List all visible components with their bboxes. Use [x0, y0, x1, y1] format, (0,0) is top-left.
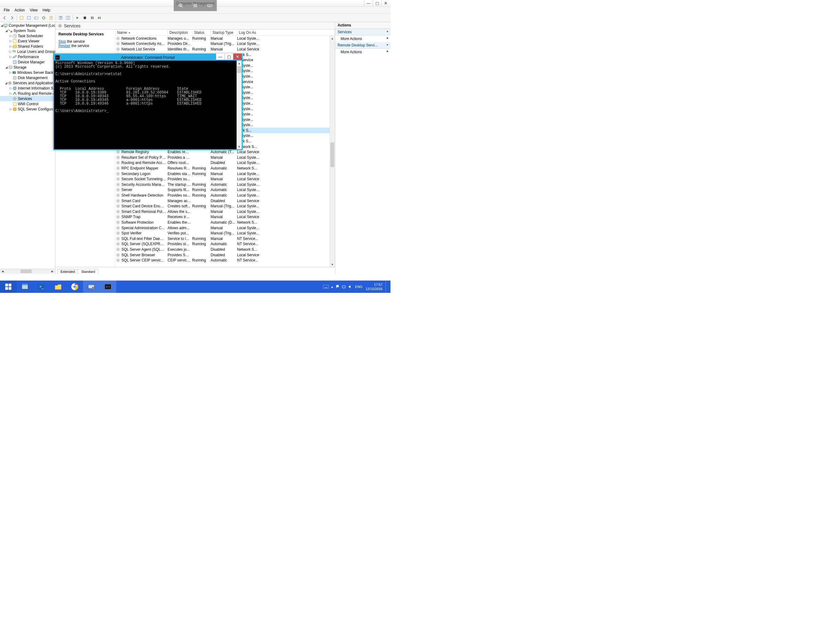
taskbar-cmd[interactable]: C:\	[99, 280, 116, 293]
tree-item[interactable]: ▷Local Users and Groups	[0, 49, 55, 54]
actions-section-rds[interactable]: Remote Desktop Servi...	[335, 42, 390, 49]
service-row[interactable]: Spot VerifierVerifies pot...Manual (Trig…	[115, 230, 335, 236]
tab-standard[interactable]: Standard	[78, 269, 98, 274]
cmd-titlebar[interactable]: C:\ Administrator: Command Prompt — ▢ ✕	[54, 54, 242, 60]
col-name[interactable]: Name▲	[115, 30, 167, 35]
restart-button[interactable]	[96, 14, 103, 21]
clock[interactable]: 17:57 12/10/2016	[366, 282, 382, 291]
tree-item[interactable]: ▷Event Viewer	[0, 38, 55, 44]
toolbar-btn[interactable]	[65, 14, 71, 21]
cmd-scrollbar[interactable]: ▲ ▼	[237, 60, 242, 149]
forward-button[interactable]	[9, 14, 15, 21]
tree-item[interactable]: ▷Performance	[0, 54, 55, 59]
service-row[interactable]: Special Administration Con...Allows adm.…	[115, 225, 335, 231]
tree-item[interactable]: ▷SQL Server Configurat	[0, 106, 55, 112]
service-row[interactable]: Smart CardManages ac...DisabledLocal Ser…	[115, 198, 335, 204]
tree-item[interactable]: Services	[0, 96, 55, 101]
tree-item[interactable]: ◢System Tools	[0, 28, 55, 33]
refresh-button[interactable]	[40, 14, 47, 21]
service-row[interactable]: Secure Socket Tunneling Pr...Provides su…	[115, 176, 335, 182]
keyboard-tray-icon[interactable]	[323, 285, 329, 288]
service-row[interactable]: Network List ServiceIdentifies th...Runn…	[115, 46, 335, 52]
stop-button[interactable]	[82, 14, 88, 21]
service-row[interactable]: ServerSupports fil...RunningAutomaticLoc…	[115, 187, 335, 193]
tree-item[interactable]: ◢Services and Applications	[0, 80, 55, 85]
tree-item[interactable]: ▷Task Scheduler	[0, 33, 55, 38]
cmd-output[interactable]: Microsoft Windows [Version 6.3.9600] (c)…	[54, 60, 237, 149]
service-row[interactable]: Smart Card Device Enumera...Creates soft…	[115, 203, 335, 209]
restart-link[interactable]: Restart	[58, 44, 70, 48]
cmd-window[interactable]: C:\ Administrator: Command Prompt — ▢ ✕ …	[53, 54, 243, 150]
service-row[interactable]: Routing and Remote AccessOffers routi...…	[115, 160, 335, 166]
cmd-minimize-button[interactable]: —	[216, 54, 224, 60]
start-button[interactable]	[0, 280, 17, 293]
toolbar-btn[interactable]	[33, 14, 39, 21]
tree-item[interactable]: ◢Computer Management (Local	[0, 23, 55, 28]
zoom-icon[interactable]	[178, 3, 183, 8]
actions-section-services[interactable]: Services	[335, 29, 390, 35]
col-startup[interactable]: Startup Type	[211, 30, 237, 35]
menu-help[interactable]: Help	[40, 7, 53, 13]
more-actions-services[interactable]: More Actions	[335, 35, 390, 42]
col-description[interactable]: Description	[167, 30, 192, 35]
tree-item[interactable]: ◢Storage	[0, 65, 55, 70]
tray-up-icon[interactable]: ▲	[330, 285, 333, 288]
service-row[interactable]: Network Connectivity Assis...Provides Di…	[115, 41, 335, 47]
service-row[interactable]: Remote RegistryEnables rem...Automatic (…	[115, 149, 335, 155]
help-button[interactable]: ?	[57, 14, 64, 21]
service-row[interactable]: SQL Server (SQLEXPRESS)Provides sto...Ru…	[115, 242, 335, 247]
minimize-button[interactable]: —	[364, 0, 373, 6]
show-desktop-button[interactable]	[385, 280, 388, 293]
service-row[interactable]: SQL Server BrowserProvides SQ...Disabled…	[115, 252, 335, 258]
service-row[interactable]: Security Accounts ManagerThe startup ...…	[115, 182, 335, 187]
taskbar-compmgmt[interactable]	[83, 280, 99, 293]
service-row[interactable]: SQL Full-text Filter Daemon ...Service t…	[115, 236, 335, 242]
toolbar-btn[interactable]	[18, 14, 25, 21]
services-scrollbar-y[interactable]: ▲ ▼	[330, 36, 335, 267]
stop-link[interactable]: Stop	[58, 40, 66, 44]
maximize-button[interactable]: ▢	[373, 0, 381, 6]
tree-item[interactable]: ▷Internet Information S	[0, 85, 55, 91]
tab-extended[interactable]: Extended	[57, 269, 78, 274]
service-row[interactable]: SNMP TrapReceives tra...ManualLocal Serv…	[115, 214, 335, 220]
service-row[interactable]: SQL Server Agent (SQLEXPR...Executes jo.…	[115, 247, 335, 252]
flag-tray-icon[interactable]	[335, 285, 340, 289]
tree-item[interactable]: Disk Management	[0, 75, 55, 80]
tree-item[interactable]: ▷Windows Server Backu	[0, 70, 55, 75]
service-row[interactable]: Secondary LogonEnables star...RunningMan…	[115, 171, 335, 177]
volume-tray-icon[interactable]	[348, 285, 352, 289]
menu-icon[interactable]	[193, 3, 198, 8]
service-row[interactable]: Network ConnectionsManages o...RunningMa…	[115, 36, 335, 41]
taskbar-explorer[interactable]	[50, 280, 66, 293]
tree-item[interactable]: Device Manager	[0, 59, 55, 65]
play-button[interactable]	[74, 14, 81, 21]
col-logon[interactable]: Log On As	[237, 30, 335, 35]
taskbar-server-manager[interactable]	[17, 280, 33, 293]
tree-item[interactable]: WMI Control	[0, 101, 55, 106]
tree-item[interactable]: ▷Routing and Remote A	[0, 91, 55, 96]
service-row[interactable]: RPC Endpoint MapperResolves RP...Running…	[115, 166, 335, 171]
toolbar-btn[interactable]	[25, 14, 32, 21]
service-row[interactable]: Resultant Set of Policy Provi...Provides…	[115, 155, 335, 160]
tree-scrollbar-x[interactable]: ◀▶	[0, 269, 55, 274]
cmd-maximize-button[interactable]: ▢	[224, 54, 233, 60]
pause-button[interactable]	[89, 14, 96, 21]
menu-view[interactable]: View	[27, 7, 40, 13]
back-button[interactable]	[1, 14, 8, 21]
network-tray-icon[interactable]	[342, 285, 346, 289]
close-button[interactable]: ✕	[381, 0, 390, 6]
language-indicator[interactable]: ENG	[355, 285, 363, 288]
service-row[interactable]: Software ProtectionEnables the ...Automa…	[115, 220, 335, 225]
taskbar-powershell[interactable]: >_	[33, 280, 50, 293]
tree-item[interactable]: ▷Shared Folders	[0, 44, 55, 49]
menu-action[interactable]: Action	[12, 7, 27, 13]
keyboard-icon[interactable]	[207, 3, 212, 8]
remote-toolbar[interactable]	[174, 0, 217, 11]
service-row[interactable]: SQL Server CEIP service (SQ...CEIP servi…	[115, 258, 335, 263]
cmd-close-button[interactable]: ✕	[233, 54, 242, 60]
export-button[interactable]	[47, 14, 54, 21]
menu-file[interactable]: File	[1, 7, 12, 13]
more-actions-rds[interactable]: More Actions	[335, 49, 390, 55]
service-row[interactable]: Shell Hardware DetectionProvides no...Ru…	[115, 193, 335, 198]
taskbar-chrome[interactable]	[66, 280, 83, 293]
